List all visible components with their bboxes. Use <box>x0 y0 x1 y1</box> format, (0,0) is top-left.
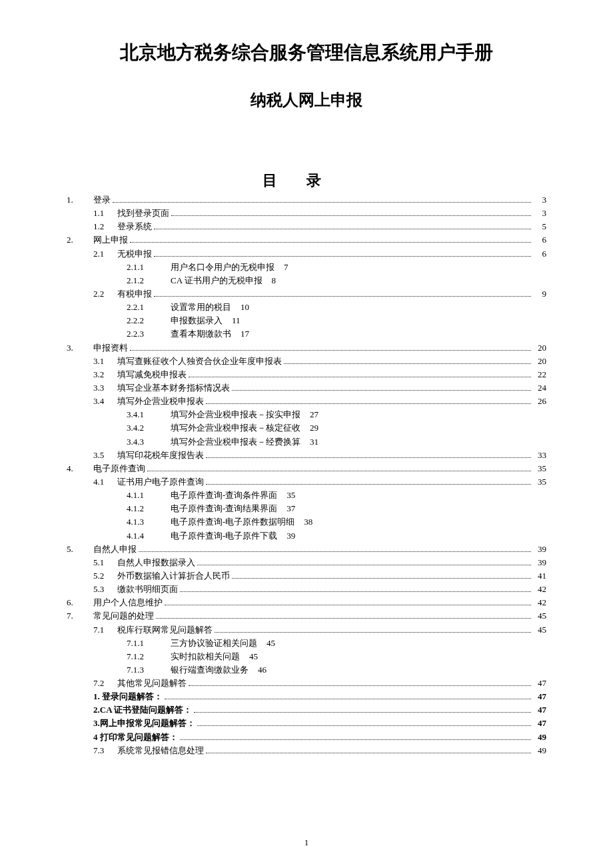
toc-entry-label: 其他常见问题解答 <box>117 677 187 690</box>
toc-entry[interactable]: 4.1.2电子原件查询-查询结果界面37 <box>67 502 546 515</box>
toc-leader-dots <box>154 288 531 297</box>
toc-entry-label: 电子原件查询-电子原件数据明细 <box>171 515 295 529</box>
toc-entry[interactable]: 2.2.1设置常用的税目10 <box>67 301 546 314</box>
toc-entry[interactable]: 3.4.3填写外企营业税申报表－经费换算31 <box>67 435 546 449</box>
toc-entry-label: 实时扣款相关问题 <box>171 650 240 663</box>
toc-entry-number: 5.1 <box>93 556 117 569</box>
toc-leader-dots <box>147 463 531 471</box>
toc-entry-number: 6. <box>67 596 93 609</box>
toc-leader-dots <box>189 677 531 686</box>
toc-entry-page: 47 <box>533 690 546 703</box>
toc-entry-label: 三方协议验证相关问题 <box>171 637 257 650</box>
toc-leader-dots <box>139 543 531 552</box>
toc-entry-page: 38 <box>295 515 312 529</box>
toc-entry[interactable]: 1.登录3 <box>67 193 546 207</box>
toc-entry-number: 2.1.2 <box>120 274 171 287</box>
toc-entry[interactable]: 1. 登录问题解答：47 <box>67 690 546 703</box>
toc-entry-number: 3.4 <box>93 395 117 408</box>
toc-entry[interactable]: 4.1证书用户电子原件查询35 <box>67 475 546 489</box>
toc-entry-label: 填写企业基本财务指标情况表 <box>117 381 230 395</box>
toc-entry[interactable]: 4.电子原件查询35 <box>67 462 546 475</box>
toc-entry-page: 37 <box>277 502 295 515</box>
toc-entry[interactable]: 1.1找到登录页面3 <box>67 207 546 220</box>
toc-entry[interactable]: 5.2外币数据输入计算折合人民币41 <box>67 569 546 583</box>
toc-entry-page: 31 <box>301 435 318 449</box>
toc-leader-dots <box>165 597 531 606</box>
toc-entry[interactable]: 3.网上申报常见问题解答：47 <box>67 717 546 730</box>
toc-entry[interactable]: 7.常见问题的处理45 <box>67 609 546 623</box>
toc-entry-label: 填写减免税申报表 <box>117 368 187 381</box>
toc-entry[interactable]: 2.2.3查看本期缴款书17 <box>67 327 546 341</box>
toc-entry-label: 申报资料 <box>93 341 128 355</box>
toc-entry-page: 17 <box>231 327 249 341</box>
toc-entry[interactable]: 3.4.1填写外企营业税申报表－按实申报27 <box>67 408 546 421</box>
toc-leader-dots <box>197 718 531 727</box>
toc-entry[interactable]: 2.2.2申报数据录入11 <box>67 314 546 327</box>
toc-entry-number: 4. <box>67 462 93 475</box>
toc-entry-page: 22 <box>533 368 546 381</box>
toc-entry-number: 4.1.4 <box>120 529 171 543</box>
toc-entry-page: 47 <box>533 717 546 730</box>
toc-entry-page: 3 <box>533 207 546 220</box>
toc-entry-page: 47 <box>533 677 546 690</box>
toc-entry[interactable]: 2.1无税申报6 <box>67 247 546 261</box>
toc-entry-page: 24 <box>533 381 546 395</box>
table-of-contents: 1.登录31.1找到登录页面31.2登录系统52.网上申报62.1无税申报62.… <box>67 193 546 757</box>
toc-entry[interactable]: 7.1税库行联网常见问题解答45 <box>67 623 546 637</box>
toc-entry[interactable]: 7.1.3银行端查询缴款业务46 <box>67 663 546 677</box>
toc-entry[interactable]: 6.用户个人信息维护42 <box>67 596 546 609</box>
toc-entry[interactable]: 3.5填写印花税年度报告表33 <box>67 449 546 462</box>
toc-entry[interactable]: 7.1.1三方协议验证相关问题45 <box>67 637 546 650</box>
toc-leader-dots <box>130 235 531 243</box>
toc-entry-page: 42 <box>533 583 546 596</box>
toc-entry[interactable]: 2.1.2CA 证书用户的无税申报8 <box>67 274 546 287</box>
toc-entry-label: 银行端查询缴款业务 <box>171 663 249 677</box>
toc-entry-label: 4 打印常见问题解答： <box>93 731 178 744</box>
toc-entry-page: 46 <box>249 663 267 677</box>
toc-entry[interactable]: 2.网上申报6 <box>67 233 546 247</box>
toc-entry-number: 7.3 <box>93 744 117 757</box>
toc-entry[interactable]: 7.3系统常见报错信息处理49 <box>67 744 546 757</box>
toc-entry[interactable]: 5.3缴款书明细页面42 <box>67 583 546 596</box>
toc-entry[interactable]: 3.4填写外企营业税申报表26 <box>67 395 546 408</box>
toc-entry[interactable]: 7.2其他常见问题解答47 <box>67 677 546 690</box>
toc-leader-dots <box>189 369 531 377</box>
toc-entry[interactable]: 2.1.1用户名口令用户的无税申报7 <box>67 261 546 274</box>
toc-entry[interactable]: 4.1.1电子原件查询-查询条件界面35 <box>67 489 546 502</box>
toc-entry[interactable]: 7.1.2实时扣款相关问题45 <box>67 650 546 663</box>
toc-entry[interactable]: 1.2登录系统5 <box>67 220 546 233</box>
toc-entry[interactable]: 3.申报资料20 <box>67 341 546 355</box>
toc-entry[interactable]: 4 打印常见问题解答：49 <box>67 731 546 744</box>
toc-leader-dots <box>154 248 531 257</box>
toc-leader-dots <box>130 342 531 351</box>
toc-leader-dots <box>154 221 531 230</box>
toc-entry-label: 查看本期缴款书 <box>171 327 231 341</box>
toc-entry[interactable]: 4.1.3电子原件查询-电子原件数据明细38 <box>67 515 546 529</box>
toc-leader-dots <box>215 624 531 633</box>
toc-entry-page: 26 <box>533 395 546 408</box>
toc-leader-dots <box>180 731 531 740</box>
toc-entry-page: 20 <box>533 355 546 368</box>
toc-entry[interactable]: 5.1自然人申报数据录入39 <box>67 556 546 569</box>
document-subtitle: 纳税人网上申报 <box>67 89 546 111</box>
toc-leader-dots <box>206 745 531 753</box>
toc-entry-label: 电子原件查询 <box>93 462 145 475</box>
toc-entry-number: 2.2.2 <box>120 314 171 327</box>
toc-entry-number: 3.5 <box>93 449 117 462</box>
toc-entry-page: 35 <box>277 489 295 502</box>
toc-entry-label: 缴款书明细页面 <box>117 583 178 596</box>
toc-entry[interactable]: 4.1.4电子原件查询-电子原件下载39 <box>67 529 546 543</box>
toc-entry[interactable]: 2.2有税申报9 <box>67 287 546 301</box>
toc-entry-number: 3. <box>67 341 93 355</box>
toc-entry[interactable]: 3.2填写减免税申报表22 <box>67 368 546 381</box>
toc-entry-page: 45 <box>533 609 546 623</box>
toc-entry[interactable]: 2.CA 证书登陆问题解答：47 <box>67 703 546 717</box>
toc-leader-dots <box>197 557 531 565</box>
toc-entry[interactable]: 5.自然人申报39 <box>67 543 546 556</box>
toc-entry[interactable]: 3.3填写企业基本财务指标情况表24 <box>67 381 546 395</box>
toc-entry[interactable]: 3.1填写查账征收个人独资合伙企业年度申报表20 <box>67 355 546 368</box>
toc-leader-dots <box>284 355 531 364</box>
toc-entry-page: 49 <box>533 744 546 757</box>
toc-entry-number: 3.3 <box>93 381 117 395</box>
toc-entry[interactable]: 3.4.2填写外企营业税申报表－核定征收29 <box>67 421 546 435</box>
